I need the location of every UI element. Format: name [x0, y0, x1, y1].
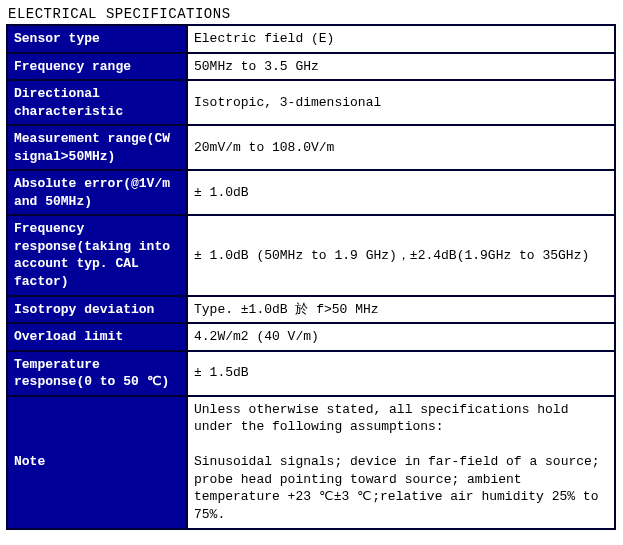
spec-label: Directional characteristic [7, 80, 187, 125]
spec-label: Frequency range [7, 53, 187, 81]
table-row: Directional characteristic Isotropic, 3-… [7, 80, 615, 125]
table-row: Measurement range(CW signal>50MHz) 20mV/… [7, 125, 615, 170]
table-row: Absolute error(@1V/m and 50MHz) ± 1.0dB [7, 170, 615, 215]
table-row: Frequency response(taking into account t… [7, 215, 615, 295]
table-row: Isotropy deviation Type. ±1.0dB 於 f>50 M… [7, 296, 615, 324]
spec-value: 50MHz to 3.5 GHz [187, 53, 615, 81]
spec-value: Isotropic, 3-dimensional [187, 80, 615, 125]
spec-value: ± 1.0dB (50MHz to 1.9 GHz)，±2.4dB(1.9GHz… [187, 215, 615, 295]
spec-table: Sensor type Electric field (E) Frequency… [6, 24, 616, 530]
spec-value: ± 1.0dB [187, 170, 615, 215]
spec-value: Unless otherwise stated, all specificati… [187, 396, 615, 529]
spec-label: Isotropy deviation [7, 296, 187, 324]
spec-value: 4.2W/m2 (40 V/m) [187, 323, 615, 351]
table-row: Note Unless otherwise stated, all specif… [7, 396, 615, 529]
spec-label: Sensor type [7, 25, 187, 53]
spec-value: ± 1.5dB [187, 351, 615, 396]
section-title: ELECTRICAL SPECIFICATIONS [6, 6, 617, 22]
spec-value: Type. ±1.0dB 於 f>50 MHz [187, 296, 615, 324]
spec-label: Frequency response(taking into account t… [7, 215, 187, 295]
spec-label: Temperature response(0 to 50 ℃) [7, 351, 187, 396]
table-row: Temperature response(0 to 50 ℃) ± 1.5dB [7, 351, 615, 396]
spec-label: Note [7, 396, 187, 529]
spec-label: Absolute error(@1V/m and 50MHz) [7, 170, 187, 215]
spec-value: Electric field (E) [187, 25, 615, 53]
table-row: Sensor type Electric field (E) [7, 25, 615, 53]
spec-value: 20mV/m to 108.0V/m [187, 125, 615, 170]
table-row: Overload limit 4.2W/m2 (40 V/m) [7, 323, 615, 351]
spec-label: Overload limit [7, 323, 187, 351]
table-row: Frequency range 50MHz to 3.5 GHz [7, 53, 615, 81]
spec-label: Measurement range(CW signal>50MHz) [7, 125, 187, 170]
